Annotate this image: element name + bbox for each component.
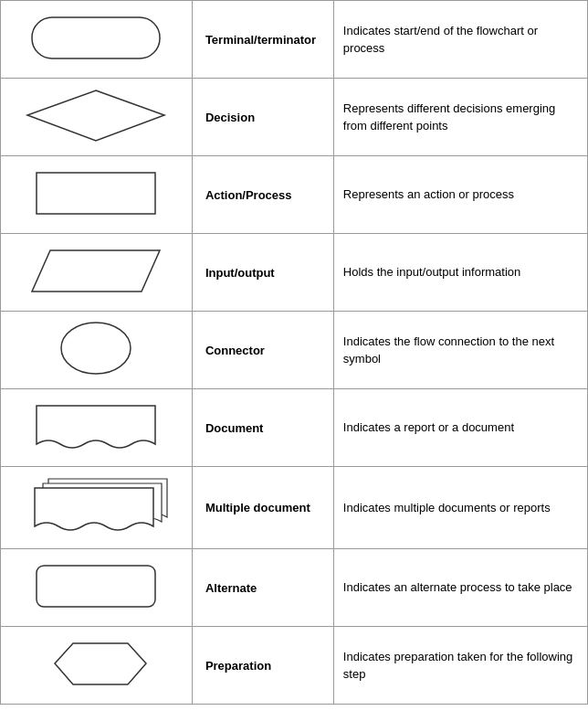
svg-point-4 bbox=[61, 323, 131, 374]
table-row: Multiple documentIndicates multiple docu… bbox=[1, 467, 588, 549]
symbol-cell-inputoutput bbox=[1, 234, 193, 312]
table-row: Action/ProcessRepresents an action or pr… bbox=[1, 156, 588, 234]
desc-cell-decision: Represents different decisions emerging … bbox=[333, 79, 587, 156]
table-row: DocumentIndicates a report or a document bbox=[1, 389, 588, 467]
symbol-cell-multidocument bbox=[1, 467, 193, 549]
name-cell-terminal: Terminal/terminator bbox=[192, 1, 333, 79]
symbol-cell-document bbox=[1, 389, 193, 467]
name-cell-process: Action/Process bbox=[192, 156, 333, 234]
desc-cell-inputoutput: Holds the input/output information bbox=[333, 234, 587, 312]
svg-rect-5 bbox=[37, 566, 155, 607]
table-row: ConnectorIndicates the flow connection t… bbox=[1, 312, 588, 389]
desc-cell-process: Represents an action or process bbox=[333, 156, 587, 234]
symbol-cell-alternate bbox=[1, 549, 193, 627]
desc-cell-document: Indicates a report or a document bbox=[333, 389, 587, 467]
desc-cell-terminal: Indicates start/end of the flowchart or … bbox=[333, 1, 587, 79]
svg-marker-6 bbox=[55, 643, 146, 684]
table-row: Terminal/terminatorIndicates start/end o… bbox=[1, 1, 588, 79]
name-cell-multidocument: Multiple document bbox=[192, 467, 333, 549]
table-row: AlternateIndicates an alternate process … bbox=[1, 549, 588, 627]
name-cell-decision: Decision bbox=[192, 79, 333, 156]
symbol-cell-preparation bbox=[1, 627, 193, 705]
name-cell-alternate: Alternate bbox=[192, 549, 333, 627]
symbol-cell-decision bbox=[1, 79, 193, 156]
desc-cell-preparation: Indicates preparation taken for the foll… bbox=[333, 627, 587, 705]
table-row: PreparationIndicates preparation taken f… bbox=[1, 627, 588, 705]
desc-cell-alternate: Indicates an alternate process to take p… bbox=[333, 549, 587, 627]
symbol-cell-connector bbox=[1, 312, 193, 389]
name-cell-document: Document bbox=[192, 389, 333, 467]
svg-rect-2 bbox=[37, 173, 155, 214]
name-cell-inputoutput: Input/output bbox=[192, 234, 333, 312]
flowchart-symbols-table: Terminal/terminatorIndicates start/end o… bbox=[0, 0, 588, 705]
desc-cell-multidocument: Indicates multiple documents or reports bbox=[333, 467, 587, 549]
table-row: Input/outputHolds the input/output infor… bbox=[1, 234, 588, 312]
svg-marker-1 bbox=[27, 90, 164, 141]
table-row: DecisionRepresents different decisions e… bbox=[1, 79, 588, 156]
symbol-cell-process bbox=[1, 156, 193, 234]
svg-marker-3 bbox=[32, 250, 160, 292]
svg-rect-0 bbox=[32, 17, 160, 58]
desc-cell-connector: Indicates the flow connection to the nex… bbox=[333, 312, 587, 389]
name-cell-preparation: Preparation bbox=[192, 627, 333, 705]
symbol-cell-terminal bbox=[1, 1, 193, 79]
name-cell-connector: Connector bbox=[192, 312, 333, 389]
